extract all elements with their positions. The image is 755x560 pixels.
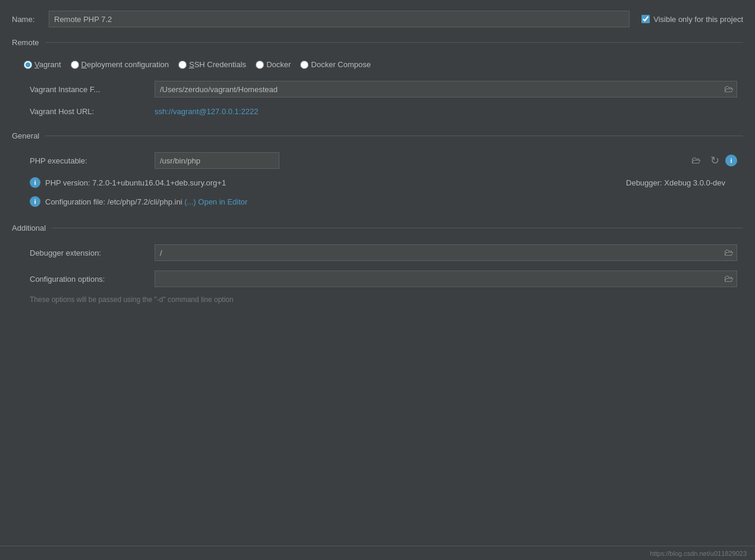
php-version-info-icon: i <box>30 177 40 188</box>
radio-vagrant-label: Vagrant <box>34 60 61 69</box>
radio-deployment[interactable]: Deployment configuration <box>71 60 169 69</box>
vagrant-host-label: Vagrant Host URL: <box>30 107 149 116</box>
remote-radio-group: Vagrant Deployment configuration SSH Cre… <box>12 55 743 77</box>
visible-checkbox[interactable] <box>641 15 650 23</box>
config-ellipsis-link[interactable]: (...) <box>184 197 196 206</box>
php-version-text: PHP version: 7.2.0-1+ubuntu16.04.1+deb.s… <box>45 178 226 187</box>
config-file-label: Configuration file: <box>45 197 105 206</box>
debugger-value: Xdebug 3.0.0-dev <box>664 178 725 187</box>
vagrant-instance-row: Vagrant Instance F... 🗁 <box>12 77 743 101</box>
php-executable-row: PHP executable: 🗁 ↻ i <box>12 149 743 172</box>
general-section-header: General <box>12 131 743 140</box>
debugger-ext-input[interactable] <box>155 244 737 261</box>
vagrant-instance-input-wrap: 🗁 <box>155 81 737 97</box>
open-in-editor-link[interactable]: Open in Editor <box>198 197 247 206</box>
radio-vagrant[interactable]: Vagrant <box>24 60 61 69</box>
radio-vagrant-input[interactable] <box>24 61 32 69</box>
php-version-label: PHP version: <box>45 178 90 187</box>
config-file-text: Configuration file: /etc/php/7.2/cli/php… <box>45 197 247 206</box>
radio-ssh[interactable]: SSH Credentials <box>178 60 246 69</box>
radio-deployment-label: Deployment configuration <box>81 60 169 69</box>
config-file-value: /etc/php/7.2/cli/php.ini <box>108 197 183 206</box>
general-section-title: General <box>12 131 39 140</box>
config-options-hint: These options will be passed using the "… <box>12 293 743 306</box>
vagrant-instance-folder-btn[interactable]: 🗁 <box>722 83 736 96</box>
additional-section-header: Additional <box>12 224 743 232</box>
radio-ssh-label: SSH Credentials <box>189 60 246 69</box>
config-options-row: Configuration options: 🗁 <box>12 267 743 291</box>
php-info-btn[interactable]: i <box>725 155 737 166</box>
debugger-info: Debugger: Xdebug 3.0.0-dev <box>626 178 725 187</box>
radio-deployment-input[interactable] <box>71 61 79 69</box>
vagrant-host-row: Vagrant Host URL: ssh://vagrant@127.0.0.… <box>12 103 743 119</box>
additional-section-title: Additional <box>12 224 46 232</box>
remote-section-title: Remote <box>12 38 39 47</box>
name-label: Name: <box>12 15 43 24</box>
name-input[interactable] <box>49 11 630 27</box>
vagrant-host-value[interactable]: ssh://vagrant@127.0.0.1:2222 <box>155 107 258 116</box>
radio-ssh-input[interactable] <box>178 61 187 69</box>
visible-checkbox-group: Visible only for this project <box>641 15 743 24</box>
radio-docker-input[interactable] <box>256 61 264 69</box>
name-row: Name: Visible only for this project <box>12 11 743 27</box>
radio-docker[interactable]: Docker <box>256 60 291 69</box>
php-folder-btn[interactable]: 🗁 <box>689 154 703 167</box>
vagrant-instance-label: Vagrant Instance F... <box>30 85 149 94</box>
php-version-value: 7.2.0-1+ubuntu16.04.1+deb.sury.org+1 <box>92 178 226 187</box>
php-input-inner: 🗁 <box>155 152 704 169</box>
status-bar: https://blog.csdn.net/u011829023 <box>0 546 755 560</box>
general-section-line <box>45 136 743 136</box>
vagrant-instance-input[interactable] <box>155 81 737 97</box>
radio-docker-compose-label: Docker Compose <box>311 60 370 69</box>
config-options-input[interactable] <box>155 270 737 287</box>
php-executable-input[interactable] <box>155 152 279 169</box>
php-executable-label: PHP executable: <box>30 156 149 165</box>
debugger-ext-row: Debugger extension: 🗁 <box>12 241 743 265</box>
radio-docker-label: Docker <box>266 60 291 69</box>
config-options-label: Configuration options: <box>30 275 149 284</box>
config-options-input-wrap: 🗁 <box>155 270 737 287</box>
php-input-wrap: 🗁 ↻ i <box>155 152 737 169</box>
config-options-folder-btn[interactable]: 🗁 <box>722 272 736 285</box>
debugger-label: Debugger: <box>626 178 662 187</box>
additional-section-line <box>52 228 743 228</box>
remote-section-line <box>45 42 743 43</box>
radio-docker-compose[interactable]: Docker Compose <box>300 60 370 69</box>
radio-docker-compose-input[interactable] <box>300 61 309 69</box>
php-version-row: i PHP version: 7.2.0-1+ubuntu16.04.1+deb… <box>12 175 743 190</box>
remote-section-header: Remote <box>12 38 743 47</box>
config-file-row: i Configuration file: /etc/php/7.2/cli/p… <box>12 194 743 209</box>
php-refresh-btn[interactable]: ↻ <box>708 153 722 168</box>
debugger-ext-input-wrap: 🗁 <box>155 244 737 261</box>
debugger-ext-label: Debugger extension: <box>30 248 149 257</box>
status-url: https://blog.csdn.net/u011829023 <box>650 550 747 557</box>
visible-label: Visible only for this project <box>653 15 743 24</box>
config-file-info-icon: i <box>30 196 40 207</box>
debugger-ext-folder-btn[interactable]: 🗁 <box>722 246 736 259</box>
